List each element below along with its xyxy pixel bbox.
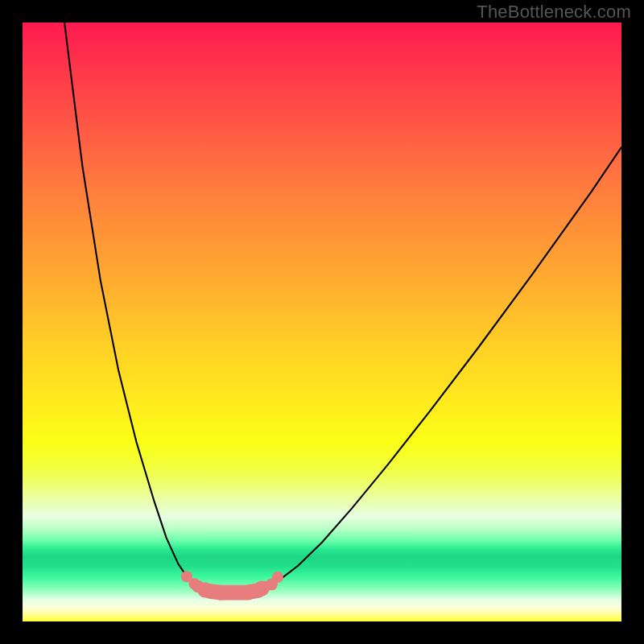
data-marker xyxy=(272,572,283,583)
data-marker xyxy=(204,585,217,598)
plot-area xyxy=(23,23,621,621)
chart-svg xyxy=(23,23,621,621)
watermark-text: TheBottleneck.com xyxy=(477,2,631,23)
chart-frame: TheBottleneck.com xyxy=(0,0,644,644)
bottleneck-curve xyxy=(64,23,621,592)
